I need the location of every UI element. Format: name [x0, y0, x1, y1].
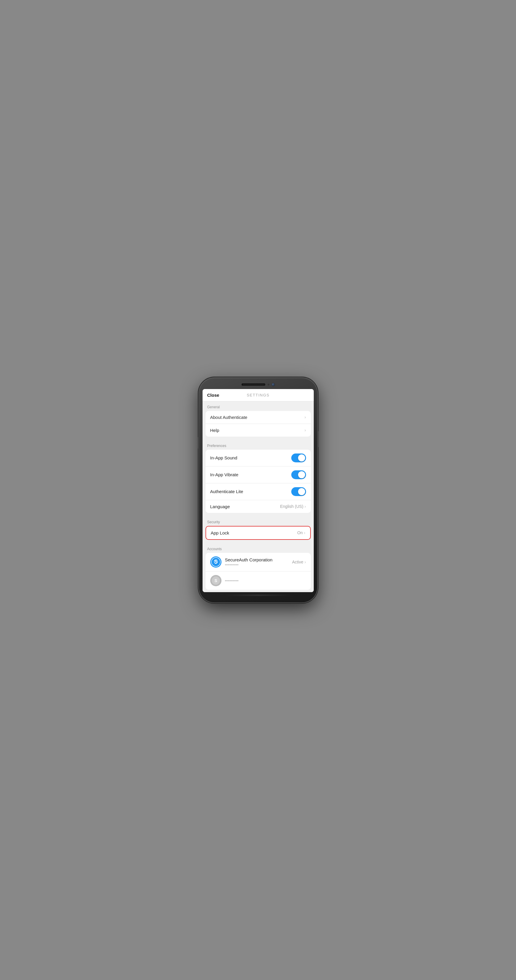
svg-text:S: S — [214, 578, 217, 583]
in-app-vibrate-toggle[interactable] — [291, 470, 306, 479]
app-header: Close SETTINGS — [202, 389, 314, 401]
language-value: English (US) — [280, 504, 303, 509]
language-label: Language — [210, 504, 280, 509]
account-status: Active — [292, 560, 303, 564]
settings-content: General About Authenticate › Help › Pref… — [202, 401, 314, 592]
help-chevron-icon: › — [304, 428, 306, 433]
about-authenticate-row[interactable]: About Authenticate › — [205, 411, 311, 424]
security-group: App Lock On › — [205, 526, 311, 540]
general-section-label: General — [202, 401, 314, 411]
speaker-grille — [242, 383, 265, 386]
volume-button — [198, 437, 199, 449]
phone-device: Close SETTINGS General About Authenticat… — [199, 378, 317, 603]
account-chevron-icon: › — [304, 560, 306, 564]
secureauth-logo: S — [210, 556, 221, 568]
in-app-sound-toggle[interactable] — [291, 453, 306, 462]
account-sub: •••••••••••• — [225, 563, 292, 566]
secureauth-account-row[interactable]: S SecureAuth Corporation •••••••••••• Ac… — [205, 553, 311, 571]
in-app-sound-label: In-App Sound — [210, 455, 291, 460]
about-authenticate-label: About Authenticate — [210, 415, 304, 420]
phone-top-bar — [202, 383, 314, 386]
close-button[interactable]: Close — [207, 393, 220, 398]
app-lock-chevron-icon: › — [304, 530, 306, 535]
account-info: SecureAuth Corporation •••••••••••• — [225, 557, 292, 566]
in-app-vibrate-label: In-App Vibrate — [210, 472, 291, 477]
authenticate-lite-label: Authenticate Lite — [210, 489, 291, 494]
page-title: SETTINGS — [219, 393, 297, 397]
preferences-section-label: Preferences — [202, 440, 314, 450]
account2-logo: S — [210, 575, 221, 586]
authenticate-lite-toggle[interactable] — [291, 487, 306, 496]
account2-logo-icon: S — [211, 576, 221, 585]
in-app-sound-row[interactable]: In-App Sound — [205, 450, 311, 466]
account-name: SecureAuth Corporation — [225, 557, 292, 562]
app-lock-row[interactable]: App Lock On › — [206, 527, 310, 539]
help-label: Help — [210, 428, 304, 433]
app-lock-value: On — [297, 530, 303, 535]
secureauth-logo-icon: S — [211, 557, 221, 567]
general-group: About Authenticate › Help › — [205, 411, 311, 437]
power-button — [317, 431, 319, 447]
front-camera — [272, 383, 275, 386]
authenticate-lite-row[interactable]: Authenticate Lite — [205, 484, 311, 500]
account2-info: •••••••••••• — [225, 579, 306, 582]
accounts-group: S SecureAuth Corporation •••••••••••• Ac… — [205, 553, 311, 590]
in-app-vibrate-row[interactable]: In-App Vibrate — [205, 466, 311, 484]
help-row[interactable]: Help › — [205, 424, 311, 437]
preferences-group: In-App Sound In-App Vibrate Authenticate… — [205, 450, 311, 513]
toggle-knob — [298, 454, 305, 461]
app-lock-label: App Lock — [211, 530, 298, 535]
account2-sub: •••••••••••• — [225, 579, 306, 582]
phone-bottom-bar — [225, 595, 291, 596]
toggle-knob — [298, 488, 305, 495]
led-indicator — [268, 384, 269, 385]
language-chevron-icon: › — [304, 504, 306, 509]
phone-screen: Close SETTINGS General About Authenticat… — [202, 389, 314, 592]
security-section-label: Security — [202, 517, 314, 526]
language-row[interactable]: Language English (US) › — [205, 500, 311, 513]
accounts-section-label: Accounts — [202, 543, 314, 553]
about-chevron-icon: › — [304, 415, 306, 420]
toggle-knob — [298, 471, 305, 478]
account2-row[interactable]: S •••••••••••• — [205, 571, 311, 590]
